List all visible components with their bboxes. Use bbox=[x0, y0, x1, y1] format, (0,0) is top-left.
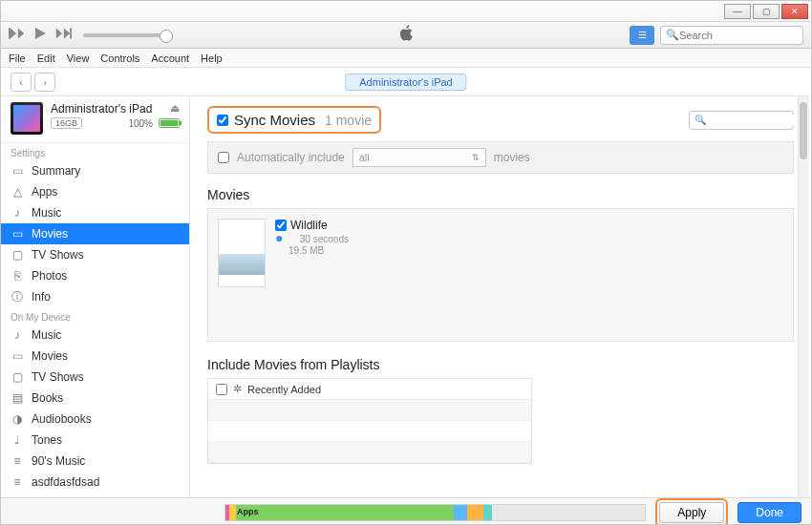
window-maximize-button[interactable]: ▢ bbox=[753, 4, 780, 19]
apps-icon: △ bbox=[11, 185, 24, 199]
tv-icon: ▢ bbox=[11, 248, 24, 262]
global-search-input[interactable] bbox=[679, 30, 811, 41]
view-list-button[interactable]: ☰ bbox=[630, 26, 654, 45]
sidebar-item-label: TV Shows bbox=[32, 370, 84, 384]
movies-icon: ▭ bbox=[11, 227, 24, 241]
sidebar-item-label: 90's Music bbox=[32, 454, 85, 468]
movie-size: 19.5 MB bbox=[288, 245, 349, 256]
playlist-icon: ≡ bbox=[11, 475, 24, 489]
playlist-row-empty bbox=[208, 421, 531, 442]
playlist-icon: ≡ bbox=[11, 454, 24, 468]
battery-icon bbox=[159, 118, 180, 128]
play-button[interactable] bbox=[32, 27, 49, 44]
unwatched-dot-icon: ● bbox=[275, 230, 283, 245]
ondevice-item-tones[interactable]: ♩Tones bbox=[1, 430, 189, 451]
chevron-updown-icon: ⇅ bbox=[472, 153, 480, 162]
sync-movies-checkbox[interactable] bbox=[217, 115, 228, 126]
ondevice-item-movies[interactable]: ▭Movies bbox=[1, 346, 189, 367]
playlist-icon: ≡ bbox=[11, 496, 24, 497]
context-pill[interactable]: Administrator's iPad bbox=[345, 74, 466, 91]
menu-edit[interactable]: Edit bbox=[37, 52, 55, 64]
sidebar-item-label: Apps bbox=[32, 185, 57, 199]
auto-include-label: Automatically include bbox=[237, 151, 345, 164]
auto-include-dropdown[interactable]: all ⇅ bbox=[353, 148, 486, 167]
menu-file[interactable]: File bbox=[9, 52, 26, 64]
sidebar-item-label: Summary bbox=[32, 164, 80, 178]
apple-logo-icon bbox=[398, 24, 414, 46]
ondevice-item-music[interactable]: ♪Music bbox=[1, 325, 189, 346]
sidebar-item-label: Books bbox=[32, 391, 63, 405]
global-search[interactable]: 🔍 bbox=[660, 26, 803, 45]
bottom-bar: Apps Apply Done bbox=[1, 497, 811, 525]
menu-account[interactable]: Account bbox=[151, 52, 189, 64]
sidebar-item-info[interactable]: ⓘInfo bbox=[1, 286, 189, 307]
sidebar-item-tvshows[interactable]: ▢TV Shows bbox=[1, 244, 189, 265]
sidebar-item-movies[interactable]: ▭Movies bbox=[1, 223, 189, 244]
movies-search[interactable]: 🔍 bbox=[689, 111, 794, 130]
ondevice-item-playlist[interactable]: ≡New Playlist bbox=[1, 493, 189, 497]
player-toolbar: ☰ 🔍 bbox=[1, 22, 811, 49]
sidebar-item-label: Movies bbox=[32, 349, 68, 363]
auto-include-checkbox[interactable] bbox=[218, 152, 229, 163]
sidebar-section-ondevice: On My Device bbox=[1, 307, 189, 325]
window-titlebar: — ▢ ✕ bbox=[1, 1, 811, 22]
ondevice-item-playlist[interactable]: ≡asdfdasfdsad bbox=[1, 472, 189, 493]
photos-icon: ⎘ bbox=[11, 269, 24, 283]
movies-search-input[interactable] bbox=[706, 115, 811, 126]
main-panel: Sync Movies 1 movie 🔍 Automatically incl… bbox=[190, 96, 811, 497]
sidebar-item-apps[interactable]: △Apps bbox=[1, 181, 189, 202]
movie-thumbnail[interactable] bbox=[218, 219, 266, 287]
playlists-box: ✲ Recently Added bbox=[207, 378, 532, 464]
window-close-button[interactable]: ✕ bbox=[781, 4, 808, 19]
summary-icon: ▭ bbox=[11, 164, 24, 178]
sidebar-item-summary[interactable]: ▭Summary bbox=[1, 160, 189, 181]
ondevice-item-playlist[interactable]: ≡90's Music bbox=[1, 451, 189, 472]
ondevice-item-books[interactable]: ▤Books bbox=[1, 388, 189, 409]
ondevice-item-tvshows[interactable]: ▢TV Shows bbox=[1, 367, 189, 388]
menubar: File Edit View Controls Account Help bbox=[1, 49, 811, 68]
scrollbar-track[interactable] bbox=[798, 96, 809, 497]
menu-help[interactable]: Help bbox=[201, 52, 223, 64]
playlist-row-empty bbox=[208, 442, 531, 463]
tones-icon: ♩ bbox=[11, 433, 24, 447]
movie-duration: 30 seconds bbox=[300, 234, 349, 244]
ondevice-item-audiobooks[interactable]: ◑Audiobooks bbox=[1, 409, 189, 430]
apply-callout: Apply bbox=[655, 498, 728, 526]
playlist-row-empty bbox=[208, 400, 531, 421]
sidebar-item-label: New Playlist bbox=[32, 496, 94, 497]
movies-list: Wildlife ● 30 seconds 19.5 MB bbox=[207, 208, 794, 342]
window-minimize-button[interactable]: — bbox=[724, 4, 751, 19]
auto-include-suffix: movies bbox=[494, 151, 530, 164]
apply-button[interactable]: Apply bbox=[659, 502, 724, 523]
volume-slider[interactable] bbox=[83, 33, 169, 37]
sidebar-item-label: Audiobooks bbox=[32, 412, 92, 426]
sidebar-item-music[interactable]: ♪Music bbox=[1, 202, 189, 223]
sidebar-item-label: asdfdasfdsad bbox=[32, 475, 99, 489]
info-icon: ⓘ bbox=[11, 289, 24, 305]
sync-movies-callout: Sync Movies 1 movie bbox=[207, 106, 381, 134]
storage-usage-bar[interactable]: Apps bbox=[224, 504, 646, 521]
usage-label: Apps bbox=[237, 507, 259, 516]
prev-track-button[interactable] bbox=[9, 27, 26, 44]
done-button[interactable]: Done bbox=[737, 502, 801, 523]
sidebar-section-settings: Settings bbox=[1, 143, 189, 160]
device-block[interactable]: Administrator's iPad 16GB 100% ⏏ bbox=[1, 96, 189, 143]
sidebar-item-photos[interactable]: ⎘Photos bbox=[1, 265, 189, 286]
eject-button[interactable]: ⏏ bbox=[170, 102, 180, 115]
sidebar-item-label: Movies bbox=[32, 227, 68, 241]
menu-controls[interactable]: Controls bbox=[100, 52, 139, 64]
scrollbar-thumb[interactable] bbox=[800, 102, 807, 159]
tv-icon: ▢ bbox=[11, 370, 24, 384]
playlist-checkbox[interactable] bbox=[216, 384, 227, 395]
sync-movies-count: 1 movie bbox=[325, 113, 372, 128]
nav-back-button[interactable]: ‹ bbox=[11, 73, 32, 92]
nav-row: ‹ › Administrator's iPad bbox=[1, 68, 811, 96]
books-icon: ▤ bbox=[11, 391, 24, 405]
playlist-row[interactable]: ✲ Recently Added bbox=[208, 379, 531, 400]
sidebar-item-label: Tones bbox=[32, 433, 62, 447]
sidebar-item-label: TV Shows bbox=[32, 248, 84, 262]
search-icon: 🔍 bbox=[666, 29, 679, 41]
menu-view[interactable]: View bbox=[67, 52, 90, 64]
next-track-button[interactable] bbox=[54, 27, 72, 44]
nav-forward-button[interactable]: › bbox=[34, 73, 55, 92]
